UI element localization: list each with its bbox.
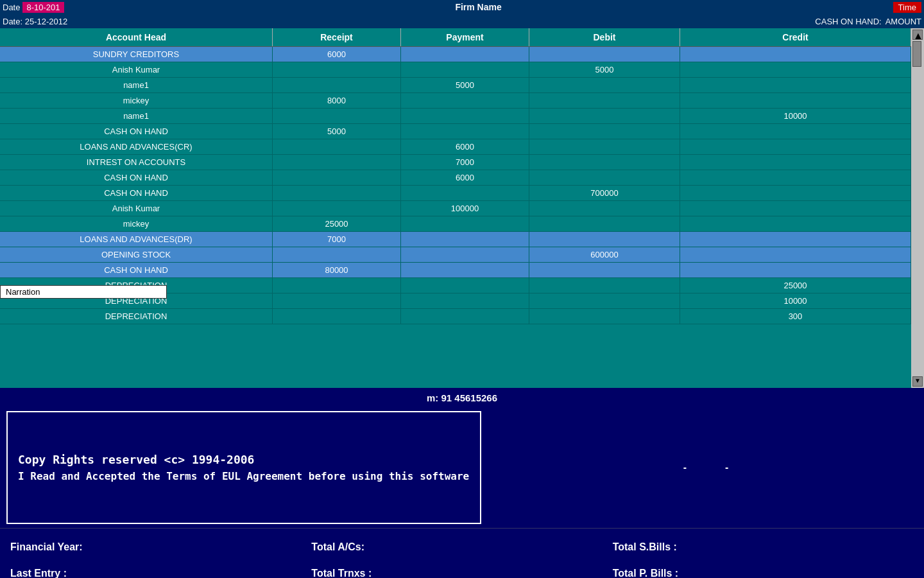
cell-16-2: [401, 293, 529, 308]
cell-1-2: [401, 62, 529, 77]
last-entry-label: Last Entry :: [10, 568, 311, 578]
cell-13-1: [273, 247, 401, 262]
cell-14-4: [680, 263, 911, 277]
cell-12-0: LOANS AND ADVANCES(DR): [0, 232, 273, 247]
table-header: Account Head Receipt Payment Debit Credi…: [0, 28, 924, 47]
amount-label: AMOUNT: [886, 17, 921, 26]
table-row[interactable]: LOANS AND ADVANCES(CR)6000: [0, 139, 924, 155]
scroll-thumb[interactable]: [912, 41, 921, 67]
table-row[interactable]: mickey25000: [0, 216, 924, 232]
cell-17-3: [529, 309, 680, 324]
cell-0-0: SUNDRY CREDITORS: [0, 47, 273, 62]
cell-12-4: [680, 232, 911, 247]
cell-12-3: [529, 232, 680, 247]
cell-14-1: 80000: [273, 263, 401, 277]
table-row[interactable]: OPENING STOCK600000: [0, 247, 924, 263]
narration-box: Narration: [0, 285, 167, 299]
copy-rights-box: Copy Rights reserved <c> 1994-2006 I Rea…: [6, 411, 481, 524]
scroll-down-arrow[interactable]: ▼: [912, 376, 923, 387]
col-header-debit: Debit: [529, 28, 680, 46]
cell-11-1: 25000: [273, 216, 401, 231]
copy-rights-text: Copy Rights reserved <c> 1994-2006: [18, 453, 470, 466]
bottom-section: m: 91 45615266 Copy Rights reserved <c> …: [0, 388, 924, 578]
scroll-track[interactable]: [912, 41, 923, 375]
table-row[interactable]: CASH ON HAND5000: [0, 124, 924, 139]
cell-14-3: [529, 263, 680, 277]
cell-1-1: [273, 62, 401, 77]
narration-label: Narration: [6, 287, 40, 297]
table-body: SUNDRY CREDITORS6000Anish Kumar5000name1…: [0, 47, 924, 324]
table-row[interactable]: Anish Kumar5000: [0, 62, 924, 78]
scroll-up-arrow[interactable]: ▲: [912, 30, 923, 40]
cell-4-4: 10000: [680, 109, 911, 123]
cell-11-3: [529, 216, 680, 231]
table-area: Account Head Receipt Payment Debit Credi…: [0, 28, 924, 388]
cell-10-2: 100000: [401, 201, 529, 216]
cell-10-1: [273, 201, 401, 216]
cell-6-4: [680, 139, 911, 154]
table-row[interactable]: name110000: [0, 109, 924, 124]
cell-7-2: 7000: [401, 155, 529, 170]
cell-8-3: [529, 170, 680, 185]
table-row[interactable]: LOANS AND ADVANCES(DR)7000: [0, 232, 924, 247]
table-row[interactable]: INTREST ON ACCOUNTS7000: [0, 155, 924, 170]
cell-15-4: 25000: [680, 278, 911, 293]
table-row[interactable]: CASH ON HAND700000: [0, 186, 924, 201]
cell-5-2: [401, 124, 529, 139]
cell-11-0: mickey: [0, 216, 273, 231]
right-summary: - -: [488, 407, 924, 528]
date-value: 8-10-201: [22, 2, 64, 13]
cell-0-4: [680, 47, 911, 62]
cell-6-3: [529, 139, 680, 154]
cell-13-3: 600000: [529, 247, 680, 262]
cell-5-4: [680, 124, 911, 139]
table-row[interactable]: CASH ON HAND6000: [0, 170, 924, 186]
cell-10-3: [529, 201, 680, 216]
table-row[interactable]: mickey8000: [0, 93, 924, 109]
date-full: Date: 25-12-2012: [3, 17, 67, 26]
cell-13-4: [680, 247, 911, 262]
total-trnxs-label: Total Trnxs :: [311, 568, 612, 578]
table-row[interactable]: Anish Kumar100000: [0, 201, 924, 216]
cell-11-2: [401, 216, 529, 231]
table-row[interactable]: DEPRECIATION300: [0, 309, 924, 324]
cell-7-4: [680, 155, 911, 170]
scrollbar[interactable]: ▲ ▼: [911, 28, 924, 388]
col-header-receipt: Receipt: [273, 28, 401, 46]
table-row[interactable]: SUNDRY CREDITORS6000: [0, 47, 924, 62]
time-label: Time: [893, 2, 921, 13]
cell-3-2: [401, 93, 529, 108]
cell-3-1: 8000: [273, 93, 401, 108]
table-row[interactable]: name15000: [0, 78, 924, 93]
cell-0-3: [529, 47, 680, 62]
cell-11-4: [680, 216, 911, 231]
financial-year-label: Financial Year:: [10, 541, 311, 553]
table-row[interactable]: CASH ON HAND80000: [0, 263, 924, 278]
col-header-payment: Payment: [401, 28, 529, 46]
cell-6-2: 6000: [401, 139, 529, 154]
second-bar: Date: 25-12-2012 CASH ON HAND: AMOUNT: [0, 14, 924, 28]
cell-2-1: [273, 78, 401, 92]
cell-8-2: 6000: [401, 170, 529, 185]
cell-1-0: Anish Kumar: [0, 62, 273, 77]
cell-14-2: [401, 263, 529, 277]
cell-4-2: [401, 109, 529, 123]
total-pbills-label: Total P. Bills :: [613, 568, 914, 578]
cell-7-0: INTREST ON ACCOUNTS: [0, 155, 273, 170]
cell-10-4: [680, 201, 911, 216]
cell-2-3: [529, 78, 680, 92]
cell-17-2: [401, 309, 529, 324]
cell-7-1: [273, 155, 401, 170]
dash1: -: [683, 462, 687, 473]
cell-9-4: [680, 186, 911, 200]
cell-15-2: [401, 278, 529, 293]
summary-row-1: - -: [683, 462, 729, 473]
cell-3-0: mickey: [0, 93, 273, 108]
cell-0-2: [401, 47, 529, 62]
cell-0-1: 6000: [273, 47, 401, 62]
cell-17-4: 300: [680, 309, 911, 324]
cell-6-1: [273, 139, 401, 154]
cell-1-4: [680, 62, 911, 77]
cell-13-0: OPENING STOCK: [0, 247, 273, 262]
cell-9-1: [273, 186, 401, 200]
